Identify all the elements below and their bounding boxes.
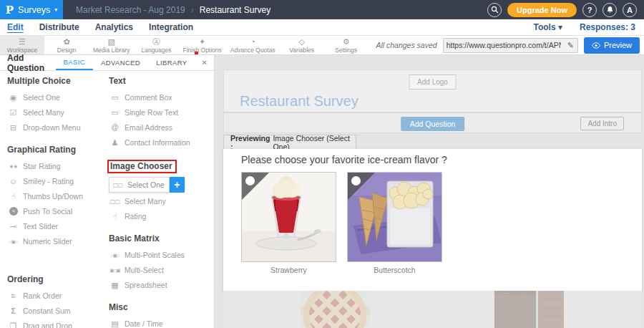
surveys-menu[interactable]: P Surveys ▾	[0, 0, 63, 19]
add-intro-button[interactable]: Add Intro	[580, 117, 624, 130]
toolbar-workspace[interactable]: ☰ Workspace	[0, 36, 44, 54]
share-icon: <	[9, 207, 18, 216]
contact-icon	[109, 138, 121, 147]
qtype-select-one[interactable]: Select One	[7, 90, 104, 105]
survey-canvas: Add Logo Restaurant Survey Add Question …	[215, 55, 644, 328]
qtype-drag-and-drop[interactable]: Drag and Drop	[7, 318, 104, 328]
add-question-panel: Add Question BASIC ADVANCED LIBRARY ✕ Mu…	[0, 55, 215, 328]
toolbar-variables[interactable]: ◇ Variables	[280, 36, 324, 54]
main-nav: Edit Distribute Analytics Integration To…	[0, 19, 644, 36]
qtype-push-to-social[interactable]: < Push To Social	[7, 203, 104, 218]
edit-toolbar: ☰ Workspace ✿ Design ▧ Media Library Ⓐ L…	[0, 36, 644, 55]
add-logo-button[interactable]: Add Logo	[409, 74, 457, 90]
tab-analytics[interactable]: Analytics	[95, 22, 133, 32]
responses-link[interactable]: Responses: 3	[580, 22, 635, 32]
toolbar-design[interactable]: ✿ Design	[44, 36, 89, 54]
next-question-strip	[223, 291, 642, 328]
question-preview-panel: Please choose your favorite ice-cream fl…	[223, 149, 642, 291]
cherry-pie-photo	[301, 291, 370, 328]
option-butterscotch[interactable]: Butterscotch	[347, 172, 442, 274]
survey-title[interactable]: Restaurant Survey	[240, 93, 358, 110]
option-strawberry[interactable]: Strawberry	[241, 172, 336, 274]
qtype-date-time[interactable]: Date / Time	[109, 316, 213, 328]
option-label: Butterscotch	[347, 266, 442, 274]
radio-button[interactable]	[245, 176, 255, 185]
media-library-icon: ▧	[108, 37, 115, 46]
preview-button[interactable]: Preview	[584, 37, 640, 54]
qtype-thumbs-up-down[interactable]: Thumbs Up/Down	[7, 188, 104, 203]
help-button[interactable]: ?	[582, 3, 597, 17]
tab-integration[interactable]: Integration	[149, 22, 193, 32]
avatar-initial: A	[627, 6, 633, 14]
add-question-button[interactable]: Add Question	[401, 117, 465, 131]
qtype-star-rating[interactable]: Star Rating	[7, 158, 104, 173]
comment-box-icon	[109, 93, 121, 102]
qtype-smiley-rating[interactable]: Smiley - Rating	[7, 173, 104, 188]
finish-options-icon: ✦	[199, 37, 205, 46]
breadcrumb-current[interactable]: Restaurant Survey	[200, 5, 270, 15]
bell-icon	[606, 6, 614, 14]
qtype-text-slider[interactable]: Text Slider	[7, 218, 104, 233]
tab-edit[interactable]: Edit	[7, 22, 24, 32]
tools-menu[interactable]: Tools ▾	[534, 22, 562, 32]
panel-title: Add Question	[0, 55, 56, 70]
multi-select-icon	[109, 265, 121, 275]
qtype-constant-sum[interactable]: Constant Sum	[7, 303, 104, 318]
qtype-comment-box[interactable]: Comment Box	[109, 90, 213, 105]
qtype-select-many[interactable]: Select Many	[7, 105, 104, 120]
survey-url-input[interactable]	[444, 41, 564, 49]
section-graphical-rating: Graphical Rating Star Rating Smiley - Ra…	[7, 145, 104, 249]
section-basic-matrix: Basic Matrix Multi-Point Scales Multi-Se…	[109, 233, 213, 292]
search-button[interactable]	[487, 3, 502, 17]
image-rating-icon	[109, 212, 121, 221]
design-icon: ✿	[63, 37, 69, 46]
account-avatar[interactable]: A	[623, 3, 637, 17]
variables-icon: ◇	[298, 37, 304, 46]
toolbar-settings[interactable]: ⚙ Settings	[324, 36, 369, 54]
qtype-rank-order[interactable]: Rank Order	[7, 288, 104, 303]
tab-basic[interactable]: BASIC	[56, 55, 94, 70]
strawberry-sundae-photo[interactable]	[241, 172, 336, 262]
breadcrumb: Market Research - Aug 2019 › Restaurant …	[76, 5, 270, 15]
pencil-icon[interactable]: ✎	[564, 41, 577, 50]
qtype-spreadsheet[interactable]: Spreadsheet	[109, 277, 213, 292]
radio-button[interactable]	[351, 176, 361, 185]
at-icon	[109, 122, 121, 132]
workspace-icon: ☰	[19, 37, 26, 46]
qtype-contact-information[interactable]: Contact Information	[109, 135, 213, 150]
radio-list-icon	[7, 93, 19, 102]
toolbar-finish-options[interactable]: ✦ Finish Options	[179, 36, 226, 54]
qtype-email-address[interactable]: Email Address	[109, 120, 213, 135]
eye-icon	[592, 42, 600, 49]
option-corner	[348, 173, 375, 200]
qtype-multi-select[interactable]: Multi-Select	[109, 262, 213, 277]
qtype-image-select-one: Select One +	[109, 177, 213, 193]
chevron-down-icon: ▾	[54, 6, 57, 13]
tab-advanced[interactable]: ADVANCED	[93, 55, 148, 70]
qtype-image-select-many[interactable]: Select Many	[109, 193, 213, 208]
tab-library[interactable]: LIBRARY	[148, 55, 195, 70]
close-icon[interactable]: ✕	[195, 55, 214, 70]
qtype-numeric-slider[interactable]: Numeric Slider	[7, 233, 104, 249]
butterscotch-tub-photo[interactable]	[347, 172, 442, 262]
qtype-single-row-text[interactable]: Single Row Text	[109, 105, 213, 120]
toolbar-media-library[interactable]: ▧ Media Library	[89, 36, 135, 54]
section-ordering: Ordering Rank Order Constant Sum Drag an…	[7, 274, 104, 328]
qtype-multi-point-scales[interactable]: Multi-Point Scales	[109, 247, 213, 262]
breadcrumb-parent[interactable]: Market Research - Aug 2019	[76, 5, 185, 15]
notifications-button[interactable]	[602, 3, 617, 17]
multi-point-icon	[109, 250, 121, 260]
thumbs-icon	[7, 192, 19, 201]
add-question-plus-button[interactable]: +	[170, 177, 185, 193]
star-rating-icon	[7, 161, 19, 171]
qtype-image-rating[interactable]: Rating	[109, 208, 213, 223]
toolbar-advance-quotas[interactable]: ◔ Advance Quotas	[226, 36, 280, 54]
upgrade-now-button[interactable]: Upgrade Now	[507, 3, 577, 17]
date-time-icon	[109, 319, 121, 328]
chocolate-cake-photo	[494, 291, 564, 328]
tab-distribute[interactable]: Distribute	[39, 22, 79, 32]
section-misc: Misc Date / Time Captcha	[109, 302, 213, 328]
qtype-dropdown-menu[interactable]: Drop-down Menu	[7, 120, 104, 135]
qtype-image-select-one-box[interactable]: Select One	[109, 177, 170, 193]
toolbar-languages[interactable]: Ⓐ Languages	[135, 36, 179, 54]
